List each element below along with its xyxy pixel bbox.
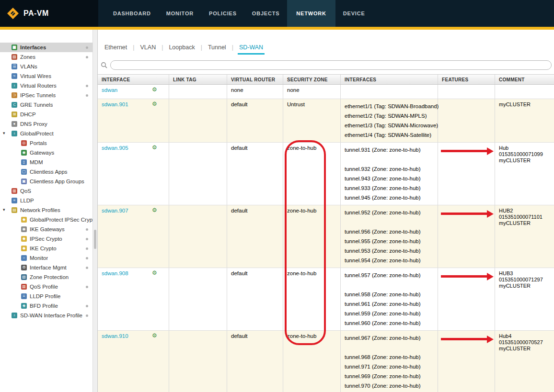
sidebar-item-zone-protection[interactable]: ▧Zone Protection xyxy=(0,272,92,282)
gear-icon[interactable]: ⚙ xyxy=(152,270,157,276)
sidebar-item-portals[interactable]: ◎Portals xyxy=(0,138,92,148)
item-menu-dot[interactable] xyxy=(86,46,88,49)
sidebar-item-label: Zones xyxy=(20,54,35,60)
sidebar-item-qos-profile[interactable]: ▥QoS Profile xyxy=(0,282,92,291)
lldp-icon: ≡ xyxy=(12,198,17,203)
column-header-security-zone[interactable]: SECURITY ZONE xyxy=(283,75,341,84)
sidebar-item-clientless-apps[interactable]: ▢Clientless Apps xyxy=(0,167,92,177)
sidebar-item-dhcp[interactable]: ⊞DHCP xyxy=(0,110,92,119)
ike-gateways-icon: ◉ xyxy=(21,226,27,232)
sidebar-item-lldp-profile[interactable]: ≡LLDP Profile xyxy=(0,291,92,301)
nav-tab-objects[interactable]: OBJECTS xyxy=(244,0,288,27)
gear-icon[interactable]: ⚙ xyxy=(152,207,157,213)
sidebar-item-label: SD-WAN Interface Profile xyxy=(20,313,82,318)
nav-tab-dashboard[interactable]: DASHBOARD xyxy=(105,0,159,27)
table-row[interactable]: sdwan.910⚙defaultzone-to-hubtunnel.967 (… xyxy=(98,331,554,392)
item-menu-dot[interactable] xyxy=(86,247,88,250)
tree-expand-icon[interactable]: ▾ xyxy=(3,131,5,135)
nav-tab-monitor[interactable]: MONITOR xyxy=(159,0,201,27)
nav-tab-device[interactable]: DEVICE xyxy=(335,0,373,27)
sidebar-item-mdm[interactable]: ▯MDM xyxy=(0,157,92,167)
column-header-virtual-router[interactable]: VIRTUAL ROUTER xyxy=(227,75,283,84)
sidebar-item-clientless-app-groups[interactable]: ▣Clientless App Groups xyxy=(0,177,92,186)
sidebar-item-globalprotect-ipsec-crypto[interactable]: ◆GlobalProtect IPSec Crypto xyxy=(0,215,92,224)
sidebar-item-interface-mgmt[interactable]: ⚙Interface Mgmt xyxy=(0,263,92,272)
table-row[interactable]: sdwan⚙nonenone xyxy=(98,85,554,99)
comment-line: 015351000071099 xyxy=(499,151,550,157)
item-menu-dot[interactable] xyxy=(86,85,88,87)
sidebar-item-bfd-profile[interactable]: ◈BFD Profile xyxy=(0,301,92,311)
lldp-profile-icon: ≡ xyxy=(21,293,27,299)
interface-link[interactable]: sdwan.908 xyxy=(102,270,128,276)
item-menu-dot[interactable] xyxy=(86,305,88,307)
column-header-comment[interactable]: COMMENT xyxy=(495,75,554,84)
gear-icon[interactable]: ⚙ xyxy=(152,145,157,150)
sidebar-item-virtual-routers[interactable]: ♁Virtual Routers xyxy=(0,81,92,90)
sidebar-item-gateways[interactable]: ◉Gateways xyxy=(0,148,92,157)
interface-link[interactable]: sdwan.910 xyxy=(102,333,128,339)
interface-link[interactable]: sdwan.901 xyxy=(102,101,128,107)
sidebar-item-lldp[interactable]: ≡LLDP xyxy=(0,196,92,205)
item-menu-dot[interactable] xyxy=(86,94,88,97)
sidebar-item-zones[interactable]: ▨Zones xyxy=(0,52,92,62)
table-row[interactable]: sdwan.901⚙defaultUntrustethernet1/1 (Tag… xyxy=(98,99,554,143)
tree-expand-icon[interactable]: ▾ xyxy=(3,207,5,212)
zones-icon: ▨ xyxy=(12,54,17,60)
column-header-features[interactable]: FEATURES xyxy=(438,75,495,84)
sidebar-item-qos[interactable]: ▥QoS xyxy=(0,186,92,196)
sidebar-item-globalprotect[interactable]: ▾♁GlobalProtect xyxy=(0,129,92,138)
sidebar-item-ipsec-tunnels[interactable]: ⊃IPSec Tunnels xyxy=(0,90,92,100)
splitter-handle-icon[interactable] xyxy=(94,230,96,249)
item-menu-dot[interactable] xyxy=(86,314,88,317)
sidebar-item-ipsec-crypto[interactable]: ◆IPSec Crypto xyxy=(0,234,92,244)
nav-tab-policies[interactable]: POLICIES xyxy=(201,0,244,27)
tab-vlan[interactable]: VLAN xyxy=(139,42,158,55)
sidebar-item-ike-crypto[interactable]: ◆IKE Crypto xyxy=(0,244,92,253)
sidebar-item-sd-wan-interface-profile[interactable]: ♁SD-WAN Interface Profile xyxy=(0,311,92,320)
gear-icon[interactable]: ⚙ xyxy=(152,333,157,338)
interface-link[interactable]: sdwan.905 xyxy=(102,145,128,151)
sidebar-item-virtual-wires[interactable]: ≈Virtual Wires xyxy=(0,71,92,81)
security-zone-cell: zone-to-hub xyxy=(283,268,341,330)
item-menu-dot[interactable] xyxy=(86,56,88,58)
tab-separator: | xyxy=(201,44,202,51)
comment-line: HUB3 xyxy=(499,270,550,277)
gear-icon[interactable]: ⚙ xyxy=(152,101,157,107)
tab-sd-wan[interactable]: SD-WAN xyxy=(238,42,265,55)
tab-ethernet[interactable]: Ethernet xyxy=(103,42,128,55)
sidebar-splitter[interactable] xyxy=(92,30,98,392)
interfaces-cell: tunnel.952 (Zone: zone-to-hub)tunnel.956… xyxy=(341,205,438,268)
gear-icon[interactable]: ⚙ xyxy=(152,87,157,92)
virtual-wires-icon: ≈ xyxy=(12,73,17,79)
item-menu-dot[interactable] xyxy=(86,286,88,288)
filter-input[interactable] xyxy=(110,60,552,70)
sidebar-item-interfaces[interactable]: ▦Interfaces xyxy=(0,43,92,52)
sidebar-item-ike-gateways[interactable]: ◉IKE Gateways xyxy=(0,224,92,234)
table-row[interactable]: sdwan.908⚙defaultzone-to-hubtunnel.957 (… xyxy=(98,268,554,331)
tab-loopback[interactable]: Loopback xyxy=(167,42,196,55)
column-header-link-tag[interactable]: LINK TAG xyxy=(169,75,227,84)
interface-link[interactable]: sdwan.907 xyxy=(102,208,128,213)
column-header-interface[interactable]: INTERFACE xyxy=(98,75,169,84)
member-interface: tunnel.933 (Zone: zone-to-hub) xyxy=(345,183,434,193)
tab-tunnel[interactable]: Tunnel xyxy=(207,42,228,55)
sidebar-item-gre-tunnels[interactable]: ⊂GRE Tunnels xyxy=(0,100,92,110)
sidebar-item-network-profiles[interactable]: ▾▤Network Profiles xyxy=(0,205,92,215)
item-menu-dot[interactable] xyxy=(86,267,88,269)
interface-link[interactable]: sdwan xyxy=(102,87,117,93)
sidebar-item-dns-proxy[interactable]: ●DNS Proxy xyxy=(0,119,92,129)
member-interface: tunnel.953 (Zone: zone-to-hub) xyxy=(345,246,434,256)
comment-line: myCLUSTER xyxy=(499,346,550,352)
item-menu-dot[interactable] xyxy=(86,228,88,231)
sidebar-item-vlans[interactable]: ☰VLANs xyxy=(0,62,92,71)
item-menu-dot[interactable] xyxy=(86,238,88,240)
table-row[interactable]: sdwan.907⚙defaultzone-to-hubtunnel.952 (… xyxy=(98,205,554,268)
content-area: ▦Interfaces▨Zones☰VLANs≈Virtual Wires♁Vi… xyxy=(0,30,554,392)
sidebar-item-monitor[interactable]: ○Monitor xyxy=(0,253,92,263)
table-row[interactable]: sdwan.905⚙defaultzone-to-hubtunnel.931 (… xyxy=(98,143,554,205)
column-header-interfaces[interactable]: INTERFACES xyxy=(341,75,438,84)
comment-cell: HUB3015351000071297myCLUSTER xyxy=(495,268,554,330)
nav-tab-network[interactable]: NETWORK xyxy=(287,0,335,27)
item-menu-dot[interactable] xyxy=(86,257,88,259)
interfaces-cell xyxy=(341,85,438,99)
